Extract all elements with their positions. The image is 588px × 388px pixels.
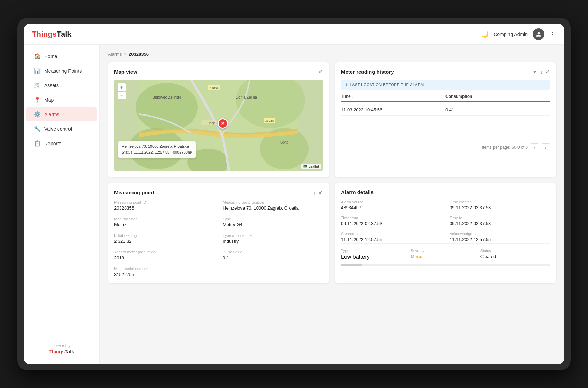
breadcrumb: Alarms > 20328356	[108, 52, 556, 57]
col-time-label: Time	[341, 94, 351, 99]
scroll-thumb[interactable]	[341, 264, 362, 266]
kebab-menu-icon[interactable]: ⋮	[549, 30, 556, 38]
serial-field: Meter serial number 31522755	[114, 267, 214, 277]
measuring-point-card-header: Measuring point ↓ ⤢	[114, 189, 323, 195]
sidebar-item-assets-label: Assets	[44, 83, 59, 88]
manufacturer-label: Manufacturer	[114, 217, 214, 221]
time-created-value: 09.11.2022 02:37:53	[450, 205, 550, 210]
sidebar-item-alarms[interactable]: ⚙️ Alarms	[26, 107, 97, 121]
prev-page-button[interactable]: ‹	[531, 143, 539, 151]
map-container[interactable]: Donja ulica Bukovec Zelinski Donja Zelin…	[114, 80, 323, 171]
serial-value: 31522755	[114, 272, 214, 277]
expand-icon[interactable]: ⤢	[545, 68, 550, 75]
alarm-severity-col: Severity Minor	[411, 249, 480, 260]
meter-history-card-header: Meter reading history ▼ ↓ ⤢	[341, 68, 550, 75]
sidebar-nav: 🏠 Home 📊 Measuring Points 🛒 Assets 📍 Map	[24, 49, 99, 151]
sidebar-item-reports[interactable]: 📋 Reports	[26, 136, 97, 150]
pulse-value: 0.1	[223, 255, 323, 260]
alarm-fields-grid: Alarm source 439344LP Time created 09.11…	[341, 200, 550, 242]
meter-history-actions: ▼ ↓ ⤢	[532, 68, 550, 75]
time-to-value: 09.11.2022 02:37:53	[450, 221, 550, 226]
alarm-details-title: Alarm details	[341, 189, 374, 195]
marker-circle: ✕	[218, 118, 228, 129]
zoom-in-button[interactable]: +	[118, 83, 126, 91]
sidebar-footer: powered by ThingsTalk	[24, 338, 99, 360]
mp-location-field: Measuring point location Heinzelova 70, …	[223, 200, 323, 211]
leaflet-label: Leaflet	[309, 165, 319, 168]
measuring-point-actions: ↓ ⤢	[313, 189, 323, 195]
alarm-status-label: Status	[480, 249, 550, 253]
pulse-field: Pulse value 0.1	[223, 250, 323, 260]
svg-text:31034: 31034	[210, 86, 218, 90]
device-screen: ThingsTalk 🌙 Comping Admin ⋮ 🏠 Home	[24, 24, 564, 364]
footer-logo-things: Things	[49, 349, 65, 354]
alarm-type-value: Low battery	[341, 254, 411, 260]
breadcrumb-arrow: >	[124, 52, 127, 57]
top-right-actions: 🌙 Comping Admin ⋮	[481, 28, 556, 40]
mp-download-icon[interactable]: ↓	[313, 190, 316, 195]
sidebar-item-map[interactable]: 📍 Map	[26, 93, 97, 107]
map-expand-icon[interactable]: ⤢	[319, 68, 323, 75]
sidebar-item-home-label: Home	[44, 54, 57, 59]
map-card: Map view ⤢	[108, 62, 329, 177]
serial-label: Meter serial number	[114, 267, 214, 271]
year-label: Year of meter production	[114, 250, 214, 254]
alarm-source-value: 439344LP	[341, 205, 441, 210]
home-icon: 🏠	[34, 53, 40, 59]
logo: ThingsTalk	[32, 30, 72, 39]
type-field: Type Metrix-G4	[223, 217, 323, 227]
next-page-button[interactable]: ›	[542, 143, 550, 151]
time-from-value: 09.11.2022 02:37:53	[341, 221, 441, 226]
sidebar-item-map-label: Map	[44, 97, 54, 103]
info-banner-text: LAST LOCATION BEFORE THE ALARM	[350, 83, 424, 87]
initial-reading-value: 2 323,32	[114, 239, 214, 244]
alarm-details-card-header: Alarm details	[341, 189, 550, 195]
pagination-text: Items per page: 50 0 of 0	[482, 145, 528, 150]
alarm-type-col: Type Low battery	[341, 249, 411, 260]
type-consumer-label: Type of consumer	[223, 233, 323, 238]
sidebar-item-assets[interactable]: 🛒 Assets	[26, 78, 97, 92]
pulse-label: Pulse value	[223, 250, 323, 254]
mp-location-value: Heinzelova 70, 10000 Zagreb, Croatia	[223, 205, 323, 211]
sidebar-item-reports-label: Reports	[44, 141, 61, 146]
map-card-header: Map view ⤢	[114, 68, 323, 75]
map-marker: ✕	[218, 118, 228, 129]
col-time: Time ↕	[341, 94, 445, 99]
measuring-point-fields: Measuring point ID 20328356 Measuring po…	[114, 200, 323, 277]
logo-things: Things	[32, 30, 57, 38]
alarm-severity-value: Minor	[411, 254, 480, 259]
time-created-label: Time created	[450, 200, 550, 204]
alarm-details-card: Alarm details Alarm source 439344LP Time…	[335, 183, 556, 283]
sort-icon[interactable]: ↕	[352, 95, 354, 99]
cleared-time-value: 11.11.2022 12:57:55	[341, 237, 441, 242]
map-zoom-controls[interactable]: + −	[118, 83, 126, 100]
valve-icon: 🔧	[34, 126, 40, 132]
alarm-source-label: Alarm source	[341, 200, 441, 204]
info-icon: ℹ	[345, 82, 347, 87]
info-banner: ℹ LAST LOCATION BEFORE THE ALARM	[341, 80, 550, 90]
footer-logo-talk: Talk	[65, 349, 74, 354]
filter-icon[interactable]: ▼	[532, 69, 538, 75]
mp-id-label: Measuring point ID	[114, 200, 214, 204]
svg-text:Donja Zelina: Donja Zelina	[236, 95, 257, 99]
svg-point-2	[136, 83, 198, 131]
dark-mode-toggle[interactable]: 🌙	[481, 30, 489, 38]
map-tooltip-line1: Heinzelova 70, 10000 Zagreb, Hrvatska	[122, 144, 192, 150]
year-field: Year of meter production 2018	[114, 250, 214, 260]
sidebar-item-valve-control[interactable]: 🔧 Valve control	[26, 122, 97, 136]
map-card-title: Map view	[114, 69, 137, 75]
type-label: Type	[223, 217, 323, 221]
mp-id-field: Measuring point ID 20328356	[114, 200, 214, 211]
zoom-out-button[interactable]: −	[118, 91, 126, 100]
breadcrumb-parent: Alarms	[108, 52, 122, 57]
mp-expand-icon[interactable]: ⤢	[319, 189, 323, 195]
marker-x-icon: ✕	[221, 121, 225, 126]
download-icon[interactable]: ↓	[540, 69, 543, 75]
manufacturer-field: Manufacturer Metrix	[114, 217, 214, 227]
time-to-label: Time to	[450, 216, 550, 220]
sidebar-item-measuring-points[interactable]: 📊 Measuring Points	[26, 64, 97, 78]
avatar[interactable]	[533, 28, 544, 40]
sidebar-item-home[interactable]: 🏠 Home	[26, 49, 97, 63]
sidebar-item-alarms-label: Alarms	[44, 112, 59, 117]
svg-text:Gorič: Gorič	[280, 140, 288, 144]
